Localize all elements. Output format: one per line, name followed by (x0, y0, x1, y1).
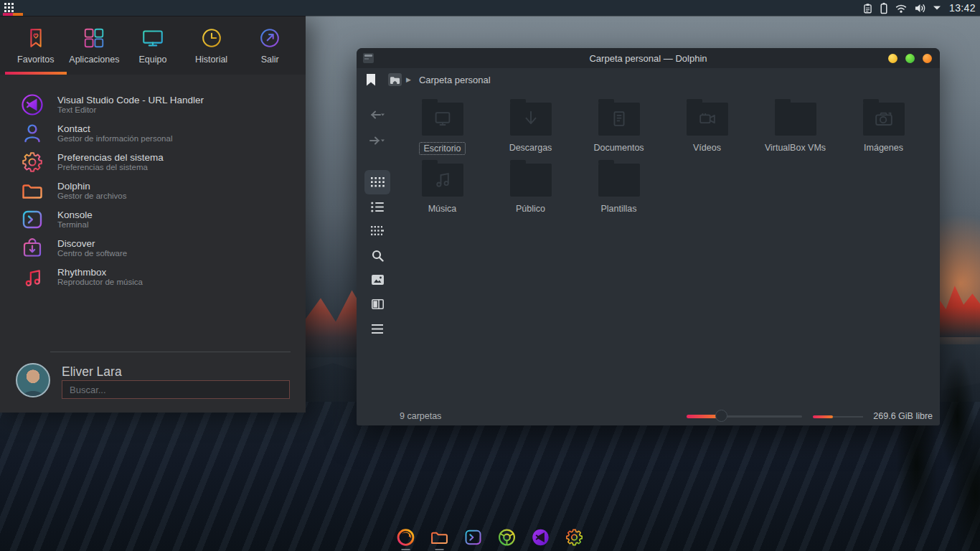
desktop-glyph-icon (432, 108, 453, 130)
bookmark-icon[interactable] (367, 74, 375, 86)
zoom-slider[interactable] (687, 415, 802, 418)
download-glyph-icon (520, 108, 542, 130)
folder-name: Vídeos (689, 142, 725, 154)
favorites-list: Visual Studio Code - URL Handler Text Ed… (0, 90, 306, 291)
folder-icon (598, 164, 640, 197)
search-input[interactable] (62, 380, 290, 399)
close-button[interactable] (923, 54, 932, 63)
tab-label: Salir (261, 55, 279, 65)
folder-icon (775, 103, 816, 136)
firefox-icon (395, 527, 417, 548)
zoom-slider-handle[interactable] (715, 410, 727, 422)
chrome-icon (496, 527, 518, 548)
maximize-button[interactable] (905, 54, 915, 63)
breadcrumb-location[interactable]: Carpeta personal (419, 75, 491, 85)
icons-view-button[interactable] (364, 170, 390, 194)
application-launcher-menu: Favoritos Aplicaciones Equipo (0, 16, 306, 413)
favorite-item-konsole[interactable]: Konsole Terminal (0, 205, 306, 234)
list-view-button[interactable] (364, 194, 390, 219)
user-name: Eliver Lara (62, 364, 122, 380)
logout-icon (258, 26, 282, 50)
chevron-down-icon[interactable] (933, 5, 941, 11)
folder-item-escritorio[interactable]: Escritorio (398, 103, 486, 155)
favorite-item-rhythmbox[interactable]: Rhythmbox Reproductor de música (0, 263, 306, 291)
preview-toggle-button[interactable] (364, 268, 390, 292)
folder-item-documentos[interactable]: Documentos (575, 103, 663, 155)
folder-item-musica[interactable]: Música (398, 164, 486, 215)
list-view-icon (371, 202, 384, 212)
folder-item-plantillas[interactable]: Plantillas (575, 164, 663, 215)
folder-icon (422, 164, 463, 197)
document-glyph-icon (608, 108, 630, 130)
file-manager-icon (429, 527, 451, 548)
favorite-item-dolphin[interactable]: Dolphin Gestor de archivos (0, 176, 306, 205)
favorite-subtitle: Preferencias del sistema (57, 163, 164, 172)
volume-icon[interactable] (914, 3, 926, 14)
video-glyph-icon (697, 108, 718, 130)
vscode-icon (19, 92, 45, 118)
details-view-button[interactable] (364, 219, 390, 243)
status-bar: 9 carpetas 269.6 GiB libre (357, 406, 940, 425)
search-button[interactable] (364, 243, 390, 268)
launcher-tab-bar: Favoritos Aplicaciones Equipo (0, 16, 306, 75)
network-icon[interactable] (895, 3, 908, 14)
favorite-item-vscode[interactable]: Visual Studio Code - URL Handler Text Ed… (0, 90, 306, 119)
folder-icon (510, 164, 552, 197)
dock-item-firefox[interactable] (395, 525, 418, 550)
dock-item-vscode[interactable] (529, 525, 552, 550)
window-controls (888, 54, 932, 63)
dock (395, 525, 586, 550)
home-folder-icon (390, 75, 400, 85)
battery-icon[interactable] (880, 2, 888, 14)
breadcrumb-home-button[interactable] (388, 73, 402, 86)
window-titlebar[interactable]: Carpeta personal — Dolphin (357, 48, 940, 68)
vscode-icon (530, 527, 552, 548)
tab-equipo[interactable]: Equipo (123, 16, 182, 75)
free-space-label: 269.6 GiB libre (873, 411, 933, 421)
tab-label: Aplicaciones (69, 55, 119, 65)
forward-button[interactable] (364, 128, 390, 153)
tab-favoritos[interactable]: Favoritos (6, 16, 65, 75)
folder-icon (863, 103, 905, 136)
folder-icon (422, 103, 463, 136)
menu-button[interactable] (364, 316, 390, 341)
favorite-item-kontact[interactable]: Kontact Gestor de información personal (0, 119, 306, 148)
tab-label: Favoritos (17, 55, 54, 65)
icons-view-icon (371, 177, 385, 188)
gear-icon (19, 149, 45, 175)
folder-icon (687, 103, 728, 136)
back-button[interactable] (364, 103, 390, 127)
folder-item-imagenes[interactable]: Imágenes (839, 103, 928, 155)
launcher-grid-icon (4, 1, 26, 12)
dock-item-chrome[interactable] (496, 525, 519, 550)
folder-count-label: 9 carpetas (400, 411, 441, 421)
favorite-subtitle: Terminal (57, 220, 93, 230)
tab-aplicaciones[interactable]: Aplicaciones (65, 16, 124, 75)
folder-item-descargas[interactable]: Descargas (486, 103, 575, 155)
favorite-item-preferencias[interactable]: Preferencias del sistema Preferencias de… (0, 148, 306, 176)
folder-name: Plantillas (597, 203, 640, 215)
app-grid-icon (82, 26, 106, 50)
dock-item-konsole[interactable] (462, 525, 485, 550)
folder-item-virtualbox[interactable]: VirtualBox VMs (751, 103, 839, 155)
dock-item-settings[interactable] (563, 525, 586, 550)
minimize-button[interactable] (888, 54, 897, 63)
favorite-title: Kontact (57, 123, 172, 134)
folder-name: Escritorio (419, 142, 465, 155)
dock-item-file-manager[interactable] (428, 525, 451, 550)
favorite-item-discover[interactable]: Discover Centro de software (0, 234, 306, 263)
dolphin-window: Carpeta personal — Dolphin ▶ Carpeta per… (357, 48, 940, 425)
folder-item-publico[interactable]: Público (486, 164, 575, 215)
favorite-title: Discover (57, 238, 127, 249)
tab-historial[interactable]: Historial (182, 16, 241, 75)
clock-time[interactable]: 13:42 (948, 2, 976, 14)
split-view-button[interactable] (364, 292, 390, 316)
folder-item-videos[interactable]: Vídeos (663, 103, 751, 155)
music-glyph-icon (432, 169, 453, 191)
clipboard-icon[interactable] (862, 2, 873, 14)
software-bag-icon (19, 235, 45, 261)
tab-salir[interactable]: Salir (240, 16, 299, 75)
person-icon (19, 121, 45, 146)
terminal-icon (463, 527, 484, 548)
folder-grid: Escritorio Descargas Documentos (398, 103, 935, 215)
